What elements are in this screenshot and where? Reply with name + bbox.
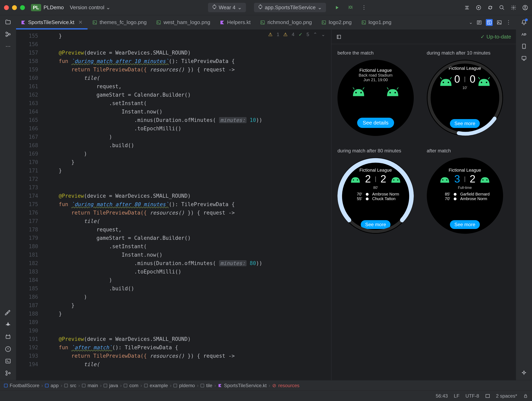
debug-button[interactable]: [348, 3, 353, 12]
breadcrumb-item[interactable]: SportsTileService.kt: [218, 383, 267, 388]
svg-line-42: [387, 87, 388, 89]
svg-rect-15: [6, 336, 10, 339]
breadcrumb-item[interactable]: ⊘resources: [272, 383, 299, 388]
line-separator[interactable]: LF: [454, 393, 460, 399]
right-tool-rail: [516, 15, 532, 380]
watch-icon: [212, 4, 217, 11]
file-encoding[interactable]: UTF-8: [466, 393, 479, 399]
breadcrumb-item[interactable]: tile: [201, 383, 212, 388]
preview-refresh-icon[interactable]: [336, 34, 342, 39]
svg-rect-17: [6, 359, 10, 363]
watch-face: Fictional League Back road Stadium Jun 2…: [337, 60, 414, 136]
tabs-more-icon[interactable]: ⋮: [506, 19, 511, 25]
svg-point-20: [9, 372, 10, 374]
breadcrumb-item[interactable]: app: [45, 383, 59, 388]
code-body[interactable]: } @Preview(device = WearDevices.SMALL_RO…: [42, 30, 331, 380]
svg-point-3: [259, 5, 262, 8]
sparkle-icon[interactable]: [521, 370, 527, 376]
svg-point-11: [525, 6, 526, 8]
run-config-selector[interactable]: app.SportsTileService ⌄: [254, 3, 326, 12]
status-bar: 56:43 LF UTF-8 2 spaces*: [0, 391, 532, 401]
tab-file[interactable]: west_ham_logo.png: [151, 15, 215, 30]
more-icon[interactable]: ⋮: [361, 3, 367, 12]
svg-point-9: [513, 7, 514, 8]
close-icon[interactable]: ✕: [78, 19, 83, 25]
build-tool-icon[interactable]: [5, 310, 11, 316]
svg-line-43: [397, 87, 398, 89]
preview-cell: before the match Fictional League Back r…: [337, 50, 421, 136]
preview-toolbar: ✓ Up-to-date: [331, 30, 516, 44]
indent-setting[interactable]: 2 spaces*: [496, 393, 517, 399]
tab-file[interactable]: SportsTileService.kt ✕: [16, 15, 88, 30]
tab-file[interactable]: themes_fc_logo.png: [88, 15, 151, 30]
code-editor[interactable]: ⚠1 ⚠4 ✓5 ⌃ ⌄ 155156157158159160161162163…: [16, 30, 331, 380]
tab-file[interactable]: logo1.png: [356, 15, 396, 30]
svg-point-59: [446, 179, 447, 181]
svg-point-36: [355, 92, 357, 93]
tab-file[interactable]: richmond_logo.png: [255, 15, 317, 30]
zoom-window-icon[interactable]: [20, 5, 25, 10]
vcs-dropdown[interactable]: Version control ⌄: [70, 4, 110, 11]
svg-point-63: [524, 48, 524, 48]
project-name[interactable]: PLDemo: [44, 4, 64, 11]
readonly-lock-icon[interactable]: [523, 394, 528, 398]
terminal-tool-icon[interactable]: [5, 358, 11, 364]
breadcrumb-item[interactable]: FootballScore: [4, 383, 39, 388]
svg-rect-5: [260, 8, 261, 9]
svg-point-37: [360, 92, 362, 93]
svg-rect-65: [486, 394, 489, 398]
breadcrumb-item[interactable]: com: [124, 383, 138, 388]
account-icon[interactable]: [522, 5, 528, 10]
see-more-button[interactable]: See more: [450, 220, 480, 229]
view-mode-design-icon[interactable]: [497, 20, 502, 25]
svg-point-22: [94, 21, 94, 22]
svg-rect-2: [214, 8, 215, 9]
tab-file[interactable]: logo2.png: [317, 15, 356, 30]
indent-icon[interactable]: [485, 394, 490, 398]
breadcrumb-item[interactable]: main: [82, 383, 98, 388]
prev-highlight-icon[interactable]: ⌃: [313, 32, 317, 37]
view-mode-code-icon[interactable]: [477, 20, 482, 25]
svg-line-39: [363, 87, 364, 89]
close-window-icon[interactable]: [4, 5, 9, 10]
project-tool-icon[interactable]: [5, 19, 11, 25]
breadcrumb-item[interactable]: java: [104, 383, 118, 388]
minimize-window-icon[interactable]: [12, 5, 17, 10]
code-with-me-icon[interactable]: [464, 5, 470, 10]
problems-tool-icon[interactable]: [5, 346, 11, 352]
emulator-icon[interactable]: [521, 55, 527, 61]
svg-point-41: [394, 92, 396, 93]
view-mode-split-icon[interactable]: [486, 19, 493, 26]
tabs-dropdown-icon[interactable]: ⌄: [469, 20, 473, 25]
search-icon[interactable]: [499, 5, 505, 10]
team-logo-icon: [479, 175, 490, 183]
notifications-icon[interactable]: [521, 19, 527, 25]
svg-rect-64: [522, 56, 526, 59]
breadcrumb-item[interactable]: example: [144, 383, 168, 388]
favorites-tool-icon[interactable]: [5, 322, 11, 328]
main-area: ⋯ SportsTileService.kt ✕ themes_fc_logo.…: [0, 15, 532, 380]
run-button[interactable]: [334, 3, 340, 12]
caret-position[interactable]: 56:43: [436, 393, 448, 399]
structure-tool-icon[interactable]: [5, 31, 11, 37]
svg-point-26: [261, 21, 262, 22]
watch-face: Fictional League 3 | 2 Full-time 85'Garf…: [427, 158, 503, 234]
svg-rect-1: [214, 5, 215, 5]
sync-icon[interactable]: [488, 5, 493, 10]
svg-point-24: [157, 21, 158, 22]
updates-icon[interactable]: [476, 5, 481, 10]
more-tool-icon[interactable]: ⋯: [6, 43, 11, 49]
ai-assistant-icon[interactable]: [521, 31, 527, 37]
breadcrumb-item[interactable]: pldemo: [173, 383, 195, 388]
device-manager-icon[interactable]: [521, 43, 527, 49]
tab-file[interactable]: Helpers.kt: [215, 15, 255, 30]
logcat-tool-icon[interactable]: [5, 334, 11, 340]
inspection-summary[interactable]: ⚠1 ⚠4 ✓5 ⌃ ⌄: [268, 32, 325, 37]
kotlin-file-icon: [220, 20, 225, 25]
see-details-button[interactable]: See details: [357, 118, 394, 128]
next-highlight-icon[interactable]: ⌄: [321, 32, 325, 37]
vcs-tool-icon[interactable]: [5, 370, 11, 376]
settings-icon[interactable]: [511, 5, 516, 10]
device-selector[interactable]: Wear 4 ⌄: [208, 3, 246, 12]
breadcrumb-item[interactable]: src: [64, 383, 76, 388]
